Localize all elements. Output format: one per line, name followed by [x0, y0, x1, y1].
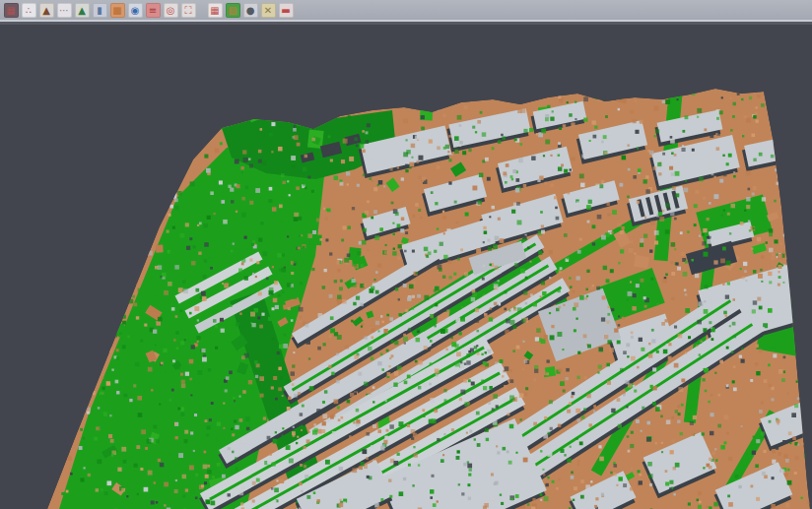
annotate-icon[interactable]: ✕: [261, 3, 276, 18]
terrain-green-icon[interactable]: ▲: [75, 3, 90, 18]
globe-icon[interactable]: ◉: [128, 3, 143, 18]
sparse-points-icon[interactable]: ⋯: [57, 3, 72, 18]
sphere-icon[interactable]: ●: [243, 3, 258, 18]
toolbar: ▦∴▲⋯▲▮■◉≡◎⛶▦▧●✕▬: [0, 0, 812, 22]
circle-select-icon[interactable]: ◎: [164, 3, 178, 18]
app-window: ▦∴▲⋯▲▮■◉≡◎⛶▦▧●✕▬: [0, 0, 812, 509]
layers-icon[interactable]: ≡: [146, 3, 161, 18]
panel-icon[interactable]: ▮: [93, 3, 107, 18]
ortho-image-icon[interactable]: ■: [110, 3, 125, 18]
colored-points-icon[interactable]: ∴: [22, 3, 36, 18]
viewport-3d[interactable]: [0, 24, 812, 509]
dataset-icon[interactable]: ▦: [4, 3, 19, 18]
box-select-icon[interactable]: ⛶: [181, 3, 196, 18]
terrain-brown-icon[interactable]: ▲: [39, 3, 54, 18]
classification-icon[interactable]: ▧: [226, 3, 240, 18]
grid-select-icon[interactable]: ▦: [208, 3, 223, 18]
point-cloud-scene: [0, 24, 812, 509]
flag-icon[interactable]: ▬: [279, 3, 294, 18]
